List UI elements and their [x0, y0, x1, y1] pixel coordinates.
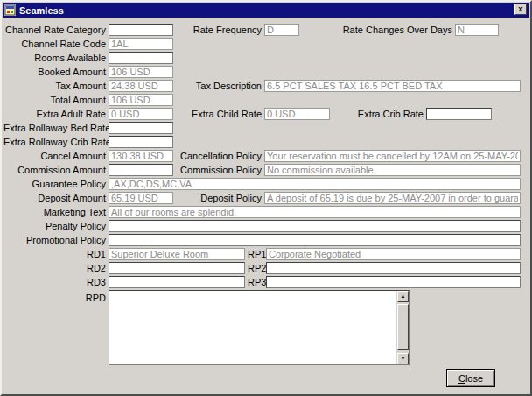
- channel-rate-code-label: Channel Rate Code: [4, 38, 106, 50]
- extra-rollaway-crib-rate-field[interactable]: [108, 136, 173, 148]
- commission-amount-label: Commission Amount: [4, 164, 106, 176]
- extra-crib-rate-field[interactable]: [426, 108, 492, 120]
- tax-amount-label: Tax Amount: [4, 80, 106, 92]
- total-amount-label: Total Amount: [4, 94, 106, 106]
- guarantee-policy-label: Guarantee Policy: [4, 178, 106, 190]
- window-close-icon[interactable]: X: [514, 4, 527, 15]
- close-button[interactable]: Close: [446, 369, 495, 387]
- booked-amount-field[interactable]: [108, 66, 173, 78]
- marketing-text-field[interactable]: [108, 206, 521, 218]
- cancel-amount-label: Cancel Amount: [4, 150, 106, 162]
- penalty-policy-field[interactable]: [108, 220, 521, 232]
- rd2-field[interactable]: [108, 262, 245, 274]
- rate-frequency-field[interactable]: [264, 24, 299, 36]
- extra-child-rate-field[interactable]: [264, 108, 330, 120]
- app-icon: [4, 4, 16, 16]
- cancellation-policy-label: Cancellation Policy: [148, 150, 262, 162]
- rooms-available-field[interactable]: [108, 52, 173, 64]
- channel-rate-code-field[interactable]: [108, 38, 173, 50]
- rp1-label: RP1: [248, 248, 265, 260]
- deposit-amount-label: Deposit Amount: [4, 192, 106, 204]
- deposit-policy-field[interactable]: [264, 192, 521, 204]
- extra-crib-rate-label: Extra Crib Rate: [334, 108, 424, 120]
- rd3-field[interactable]: [108, 276, 245, 288]
- commission-policy-label: Commission Policy: [148, 164, 262, 176]
- rate-changes-over-days-label: Rate Changes Over Days: [330, 24, 452, 36]
- deposit-policy-label: Deposit Policy: [148, 192, 262, 204]
- commission-policy-field[interactable]: [264, 164, 521, 176]
- rd1-field[interactable]: [108, 248, 245, 260]
- promotional-policy-label: Promotional Policy: [4, 234, 106, 246]
- extra-child-rate-label: Extra Child Rate: [148, 108, 262, 120]
- scroll-up-icon[interactable]: ▲: [397, 291, 409, 302]
- scroll-down-icon[interactable]: ▼: [397, 353, 409, 364]
- rp2-label: RP2: [248, 262, 265, 274]
- cancellation-policy-field[interactable]: [264, 150, 521, 162]
- window-title: Seamless: [19, 5, 64, 16]
- rd3-label: RD3: [4, 276, 106, 288]
- seamless-dialog: Seamless X Channel Rate Category Rate Fr…: [0, 0, 532, 396]
- rp2-field[interactable]: [266, 262, 521, 274]
- booked-amount-label: Booked Amount: [4, 66, 106, 78]
- rd2-label: RD2: [4, 262, 106, 274]
- rate-frequency-label: Rate Frequency: [148, 24, 262, 36]
- tax-description-field[interactable]: [264, 80, 521, 92]
- extra-rollaway-bed-rate-field[interactable]: [108, 122, 173, 134]
- rd1-label: RD1: [4, 248, 106, 260]
- rpd-label: RPD: [4, 292, 106, 304]
- channel-rate-category-label: Channel Rate Category: [4, 24, 106, 36]
- penalty-policy-label: Penalty Policy: [4, 220, 106, 232]
- rp1-field[interactable]: [266, 248, 521, 260]
- extra-rollaway-crib-rate-label: Extra Rollaway Crib Rate: [4, 136, 106, 148]
- rpd-scrollbar[interactable]: ▲ ▼: [396, 291, 409, 364]
- marketing-text-label: Marketing Text: [4, 206, 106, 218]
- rp3-label: RP3: [248, 276, 265, 288]
- rpd-field[interactable]: [108, 290, 410, 365]
- title-bar: Seamless: [3, 3, 529, 18]
- rp3-field[interactable]: [266, 276, 521, 288]
- extra-adult-rate-label: Extra Adult Rate: [4, 108, 106, 120]
- tax-description-label: Tax Description: [148, 80, 262, 92]
- extra-rollaway-bed-rate-label: Extra Rollaway Bed Rate: [4, 122, 106, 134]
- total-amount-field[interactable]: [108, 94, 173, 106]
- rate-changes-over-days-field[interactable]: [455, 24, 499, 36]
- scrollbar-thumb[interactable]: [397, 304, 409, 350]
- rooms-available-label: Rooms Available: [4, 52, 106, 64]
- promotional-policy-field[interactable]: [108, 234, 521, 246]
- guarantee-policy-field[interactable]: [108, 178, 521, 190]
